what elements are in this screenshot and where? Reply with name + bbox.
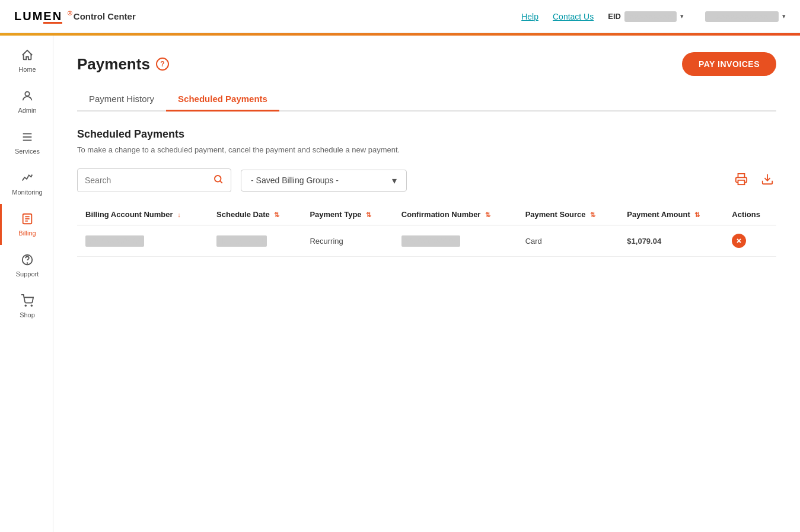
support-icon: [21, 253, 34, 268]
sidebar-label-home: Home: [18, 66, 36, 73]
sidebar-label-monitoring: Monitoring: [12, 189, 42, 196]
col-payment-type[interactable]: Payment Type ⇅: [301, 204, 393, 225]
cell-payment-source: Card: [517, 225, 619, 257]
sidebar-label-shop: Shop: [20, 311, 35, 318]
sort-amount-icon: ⇅: [694, 211, 700, 218]
cell-payment-type: Recurring: [301, 225, 393, 257]
sort-type-icon: ⇅: [366, 211, 371, 218]
shop-icon: [21, 294, 34, 309]
sidebar-item-services[interactable]: Services: [0, 122, 53, 163]
nav-links: Help Contact Us EID XXXXXXXXX ▾ XXXXXXXX…: [521, 11, 786, 22]
app-title: Control Center: [74, 11, 521, 21]
sidebar-item-monitoring[interactable]: Monitoring: [0, 163, 53, 204]
contact-link[interactable]: Contact Us: [553, 12, 594, 21]
main-layout: Home Admin Services: [0, 36, 800, 532]
col-payment-source[interactable]: Payment Source ⇅: [517, 204, 619, 225]
logo-text: LUMEN: [14, 9, 62, 23]
col-schedule-date[interactable]: Schedule Date ⇅: [208, 204, 301, 225]
svg-line-13: [220, 181, 222, 183]
billing-icon: [21, 212, 34, 227]
help-icon[interactable]: ?: [156, 58, 169, 71]
download-button[interactable]: [758, 170, 776, 191]
top-nav: LUMEN ® Control Center Help Contact Us E…: [0, 0, 800, 33]
page-title: Payments: [77, 55, 150, 74]
sort-date-icon: ⇅: [274, 211, 279, 218]
print-button[interactable]: [732, 170, 750, 191]
pay-invoices-button[interactable]: PAY INVOICES: [682, 52, 776, 76]
svg-point-11: [31, 305, 32, 306]
user-chevron-icon[interactable]: ▾: [782, 12, 786, 20]
help-link[interactable]: Help: [521, 12, 538, 21]
cancel-payment-button[interactable]: [732, 234, 746, 248]
cell-billing-account: XXXXXXXXXX: [77, 225, 208, 257]
svg-point-12: [215, 176, 221, 182]
billing-account-value: XXXXXXXXXX: [85, 235, 144, 247]
main-content: Payments ? PAY INVOICES Payment History …: [53, 36, 800, 532]
cell-payment-amount: $1,079.04: [619, 225, 723, 257]
sidebar-item-admin[interactable]: Admin: [0, 81, 53, 122]
user-value: XXXXXXXXXXX: [705, 11, 779, 22]
sort-billing-icon: ↓: [177, 211, 181, 218]
filters-row: - Saved Billing Groups - ▾: [77, 168, 776, 192]
filter-actions: [732, 170, 776, 191]
billing-groups-label: - Saved Billing Groups -: [251, 176, 339, 185]
sidebar-label-services: Services: [15, 148, 40, 155]
cell-confirmation-number: XXXXXXXXXX: [393, 225, 517, 257]
svg-point-10: [25, 305, 26, 306]
page-header: Payments ? PAY INVOICES: [77, 52, 776, 76]
cell-actions: [723, 225, 776, 257]
sort-confirmation-icon: ⇅: [485, 211, 490, 218]
col-actions: Actions: [723, 204, 776, 225]
tabs: Payment History Scheduled Payments: [77, 88, 776, 112]
home-icon: [21, 49, 34, 63]
table-row: XXXXXXXXXX 15 Aug 2024 Recurring XXXXXXX…: [77, 225, 776, 257]
sidebar-label-billing: Billing: [18, 230, 36, 237]
tab-payment-history[interactable]: Payment History: [77, 88, 166, 112]
col-payment-amount[interactable]: Payment Amount ⇅: [619, 204, 723, 225]
sidebar-item-support[interactable]: Support: [0, 245, 53, 286]
search-box: [77, 168, 231, 192]
col-billing-account[interactable]: Billing Account Number ↓: [77, 204, 208, 225]
tab-scheduled-payments[interactable]: Scheduled Payments: [166, 88, 279, 112]
monitoring-icon: [21, 171, 34, 186]
sort-source-icon: ⇅: [590, 211, 595, 218]
section-description: To make a change to a scheduled payment,…: [77, 145, 776, 154]
schedule-date-value: 15 Aug 2024: [216, 235, 267, 247]
eid-label: EID: [608, 12, 621, 21]
page-title-row: Payments ?: [77, 55, 169, 74]
sidebar-item-billing[interactable]: Billing: [0, 204, 53, 245]
search-input[interactable]: [85, 176, 208, 185]
sidebar: Home Admin Services: [0, 36, 53, 532]
cell-schedule-date: 15 Aug 2024: [208, 225, 301, 257]
confirmation-number-value: XXXXXXXXXX: [401, 235, 460, 247]
sidebar-label-support: Support: [16, 270, 39, 278]
svg-rect-14: [738, 180, 745, 184]
eid-section: EID XXXXXXXXX ▾: [608, 11, 684, 22]
logo: LUMEN ®: [14, 9, 74, 24]
scheduled-payments-table: Billing Account Number ↓ Schedule Date ⇅…: [77, 204, 776, 257]
svg-point-0: [25, 92, 29, 96]
table-body: XXXXXXXXXX 15 Aug 2024 Recurring XXXXXXX…: [77, 225, 776, 257]
sidebar-item-shop[interactable]: Shop: [0, 286, 53, 327]
section-title: Scheduled Payments: [77, 128, 776, 141]
svg-point-9: [27, 263, 28, 263]
sidebar-label-admin: Admin: [18, 107, 36, 114]
admin-icon: [21, 90, 34, 104]
search-icon-button[interactable]: [213, 174, 224, 187]
user-section: XXXXXXXXXXX ▾: [705, 11, 786, 22]
sidebar-item-home[interactable]: Home: [0, 40, 53, 81]
billing-groups-dropdown[interactable]: - Saved Billing Groups - ▾: [241, 170, 407, 192]
eid-chevron-icon[interactable]: ▾: [680, 12, 684, 20]
table-header: Billing Account Number ↓ Schedule Date ⇅…: [77, 204, 776, 225]
table-header-row: Billing Account Number ↓ Schedule Date ⇅…: [77, 204, 776, 225]
col-confirmation-number[interactable]: Confirmation Number ⇅: [393, 204, 517, 225]
services-icon: [21, 130, 34, 145]
eid-value: XXXXXXXXX: [624, 11, 677, 22]
billing-groups-chevron-icon: ▾: [392, 175, 397, 186]
